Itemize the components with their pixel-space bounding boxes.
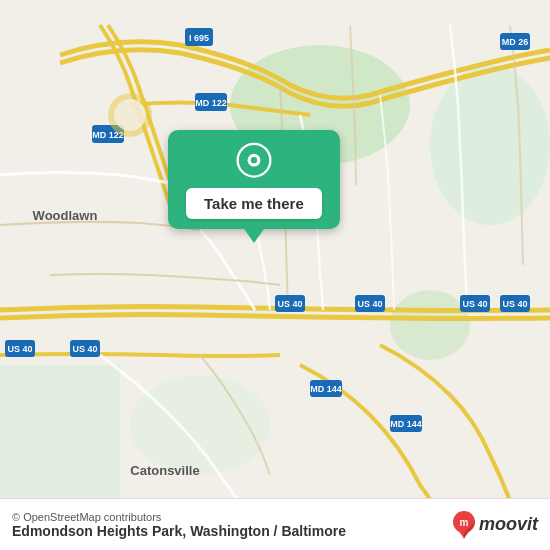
svg-point-35 [251, 157, 257, 163]
svg-text:US 40: US 40 [7, 344, 32, 354]
map-popup: Take me there [168, 130, 340, 243]
svg-text:Catonsville: Catonsville [130, 463, 199, 478]
copyright-text: © OpenStreetMap contributors [12, 511, 346, 523]
map-container: I 695 MD 122 MD 122 US 40 US 40 US 40 US… [0, 0, 550, 550]
popup-tail [244, 229, 264, 243]
moovit-pin-icon: m [453, 511, 475, 539]
map-svg: I 695 MD 122 MD 122 US 40 US 40 US 40 US… [0, 0, 550, 550]
svg-text:MD 144: MD 144 [390, 419, 422, 429]
take-me-there-button[interactable]: Take me there [186, 188, 322, 219]
moovit-logo: m moovit [453, 511, 538, 539]
svg-point-32 [114, 99, 146, 131]
svg-text:US 40: US 40 [357, 299, 382, 309]
location-pin-icon [234, 142, 274, 182]
svg-text:US 40: US 40 [502, 299, 527, 309]
svg-point-1 [430, 65, 550, 225]
place-info: © OpenStreetMap contributors Edmondson H… [12, 511, 346, 539]
bottom-bar: © OpenStreetMap contributors Edmondson H… [0, 498, 550, 550]
svg-text:US 40: US 40 [277, 299, 302, 309]
svg-text:MD 144: MD 144 [310, 384, 342, 394]
svg-text:US 40: US 40 [462, 299, 487, 309]
popup-box: Take me there [168, 130, 340, 229]
svg-text:US 40: US 40 [72, 344, 97, 354]
svg-text:I 695: I 695 [189, 33, 209, 43]
svg-text:MD 122: MD 122 [195, 98, 227, 108]
place-name: Edmondson Heights Park, Washington / Bal… [12, 523, 346, 539]
svg-text:MD 26: MD 26 [502, 37, 529, 47]
svg-point-2 [390, 290, 470, 360]
svg-text:Woodlawn: Woodlawn [33, 208, 98, 223]
svg-text:m: m [460, 517, 469, 528]
moovit-brand-text: moovit [479, 514, 538, 535]
